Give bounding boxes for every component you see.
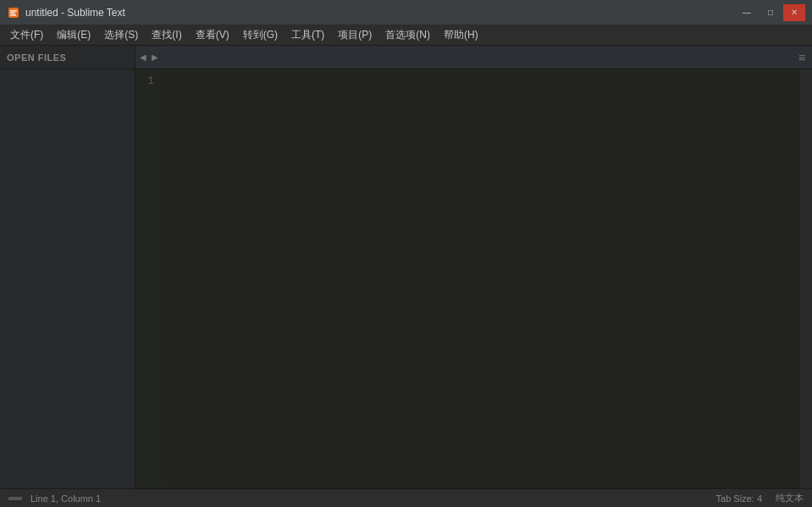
menu-item-i[interactable]: 查找(I) — [145, 26, 188, 45]
menu-item-f[interactable]: 文件(F) — [3, 26, 50, 45]
main-area: OPEN FILES ◀ ▶ ≡ 1 — [0, 46, 812, 488]
menu-item-g[interactable]: 转到(G) — [236, 26, 284, 45]
tab-scroll-left-button[interactable]: ◀ — [137, 48, 149, 67]
status-indicator-icon — [8, 497, 22, 500]
menu-item-t[interactable]: 工具(T) — [284, 26, 331, 45]
editor-area: 1 — [135, 69, 812, 488]
menu-item-v[interactable]: 查看(V) — [189, 26, 236, 45]
menu-item-s[interactable]: 选择(S) — [97, 26, 145, 45]
status-left: Line 1, Column 1 — [8, 493, 101, 504]
menu-item-h[interactable]: 帮助(H) — [437, 26, 485, 45]
menu-item-p[interactable]: 项目(P) — [331, 26, 378, 45]
line-number-1: 1 — [135, 73, 154, 90]
editor-container: ◀ ▶ ≡ 1 — [135, 46, 812, 488]
menubar: 文件(F)编辑(E)选择(S)查找(I)查看(V)转到(G)工具(T)项目(P)… — [0, 25, 812, 46]
cursor-position: Line 1, Column 1 — [30, 493, 101, 504]
tabbar: ◀ ▶ ≡ — [135, 46, 812, 69]
status-right: Tab Size: 4 纯文本 — [716, 492, 804, 504]
sidebar-open-files-header: OPEN FILES — [0, 46, 135, 69]
window-title: untitled - Sublime Text — [25, 7, 125, 19]
tab-scroll-right-button[interactable]: ▶ — [149, 48, 161, 67]
svg-rect-2 — [10, 12, 15, 14]
vertical-scrollbar[interactable] — [800, 69, 812, 488]
tab-size[interactable]: Tab Size: 4 — [716, 493, 762, 504]
close-button[interactable]: ✕ — [783, 4, 805, 21]
app-icon — [7, 6, 20, 19]
menu-item-n[interactable]: 首选项(N) — [378, 26, 437, 45]
svg-rect-3 — [10, 14, 16, 16]
sidebar: OPEN FILES — [0, 46, 135, 488]
titlebar: untitled - Sublime Text — □ ✕ — [0, 0, 812, 25]
minimize-button[interactable]: — — [736, 4, 758, 21]
tab-options-button[interactable]: ≡ — [793, 48, 810, 67]
syntax-mode[interactable]: 纯文本 — [776, 492, 804, 504]
titlebar-left: untitled - Sublime Text — [7, 6, 125, 19]
statusbar: Line 1, Column 1 Tab Size: 4 纯文本 — [0, 488, 812, 507]
code-editor[interactable] — [161, 69, 800, 488]
window-controls: — □ ✕ — [736, 4, 805, 21]
svg-rect-1 — [10, 10, 17, 12]
line-numbers: 1 — [135, 69, 161, 488]
maximize-button[interactable]: □ — [760, 4, 782, 21]
menu-item-e[interactable]: 编辑(E) — [50, 26, 97, 45]
